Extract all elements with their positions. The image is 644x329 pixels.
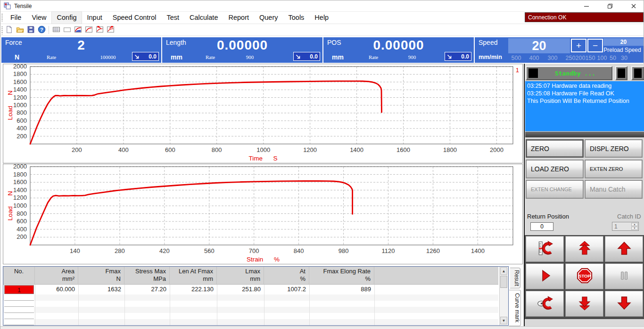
manu-catch-button: Manu Catch	[585, 180, 643, 199]
svg-text:1200: 1200	[13, 94, 27, 101]
return-zero-icon	[537, 240, 553, 258]
exten-zero-button[interactable]: EXTEN ZERO	[585, 160, 643, 178]
length-panel: Length0.00000mmRate9000.0	[162, 37, 322, 63]
force-rate-label: Rate	[47, 54, 56, 60]
return-zero-button[interactable]	[526, 236, 564, 262]
svg-text:1260: 1260	[426, 247, 440, 254]
empty-row	[3, 301, 498, 307]
menu-query[interactable]: Query	[254, 12, 283, 24]
speed-unit: mm/min	[479, 53, 502, 60]
empty-row	[3, 307, 498, 313]
restore-button[interactable]	[603, 2, 617, 10]
load-time-chart: 2004006008001000120014001600180020002004…	[3, 64, 522, 163]
fast-up-button[interactable]	[565, 236, 603, 262]
preload-speed-value: 20	[603, 38, 644, 46]
toolbar-open-folder-icon[interactable]	[15, 25, 25, 35]
empty-row-header	[4, 295, 34, 301]
svg-text:800: 800	[17, 109, 27, 116]
col-header-fmax-elong-rate: Fmax Elong Rate%	[309, 267, 374, 285]
svg-text:560: 560	[204, 247, 215, 254]
tab-curve-mark[interactable]: Curve mark	[509, 290, 521, 326]
svg-text:400: 400	[118, 146, 129, 153]
column-divider	[374, 285, 375, 325]
svg-text:Load N: Load N	[7, 191, 14, 220]
toolbar-curve-area-icon[interactable]	[73, 25, 83, 35]
svg-text:200: 200	[17, 233, 27, 240]
empty-row-header	[4, 319, 34, 325]
menu-speed-control[interactable]: Speed Control	[107, 12, 162, 24]
fast-down-button[interactable]	[565, 291, 603, 317]
status-text: Standby ...	[541, 70, 610, 77]
up-button[interactable]	[605, 236, 643, 262]
menu-view[interactable]: View	[26, 12, 51, 24]
menu-calculate[interactable]: Calculate	[184, 12, 223, 24]
zero-button[interactable]: ZERO	[526, 139, 584, 158]
exten-change-button: EXTEN CHANGE	[526, 180, 584, 199]
menu-help[interactable]: Help	[309, 12, 334, 24]
title-bar: Tensile	[0, 0, 644, 12]
svg-text:Time S: Time S	[248, 155, 277, 162]
menu-config[interactable]: Config	[52, 12, 82, 24]
load-zero-button[interactable]: LOAD ZERO	[526, 160, 584, 178]
svg-text:1400: 1400	[13, 186, 27, 194]
catch-id-down-icon[interactable]: ▼	[631, 227, 638, 230]
load-strain-chart-panel: 1402804205607008409801120126014002004006…	[3, 164, 523, 264]
result-cell-stress-max: 27.20	[124, 285, 170, 295]
catch-id-value: 1	[614, 223, 618, 230]
speed-increase-button[interactable]: +	[571, 39, 586, 52]
scroll-thumb[interactable]	[500, 276, 507, 288]
empty-row-header	[4, 301, 34, 307]
toolbar-save-icon[interactable]	[26, 25, 36, 35]
displ-zero-button[interactable]: DISPL ZERO	[585, 139, 643, 158]
clamp-zero-button[interactable]	[526, 291, 564, 317]
toolbar-help-icon[interactable]: ?	[37, 25, 47, 35]
stop-button[interactable]: STOP	[565, 263, 603, 289]
svg-text:420: 420	[159, 247, 170, 254]
toolbar-curve-next-icon[interactable]	[106, 25, 116, 35]
svg-text:840: 840	[294, 247, 304, 254]
svg-text:1600: 1600	[396, 146, 410, 153]
menu-test[interactable]: Test	[161, 12, 184, 24]
toolbar-table-grid-icon[interactable]	[51, 25, 61, 35]
length-indicator: 0.0	[293, 52, 320, 61]
table-scrollbar[interactable]: ▲▼	[499, 267, 508, 325]
control-panel: Standby ... 03:25:07 Hardware data readi…	[524, 64, 644, 326]
log-line: 03:25:08 Hardware File Read OK	[527, 90, 642, 97]
catch-id-spinner[interactable]: 1 ▲ ▼	[612, 222, 639, 231]
pos-indicator: 0.0	[445, 52, 471, 61]
force-value: 2	[1, 38, 161, 53]
status-strip	[0, 326, 644, 329]
length-unit: mm	[171, 53, 182, 61]
speed-scale-500: 500	[507, 55, 526, 61]
curve-number-label: 1	[516, 67, 519, 74]
row-header-selected[interactable]: 1	[4, 285, 34, 294]
toolbar-blank-window-icon[interactable]	[62, 25, 72, 35]
menu-report[interactable]: Report	[223, 12, 254, 24]
return-position-input[interactable]	[530, 222, 553, 231]
message-log: 03:25:07 Hardware data reading03:25:08 H…	[525, 81, 644, 131]
down-button[interactable]	[605, 291, 643, 317]
minimize-button[interactable]	[579, 2, 594, 10]
toolbar-curve-icon[interactable]	[84, 25, 94, 35]
toolbar-new-file-icon[interactable]	[4, 25, 14, 35]
clamp-zero-icon	[537, 295, 553, 313]
close-button[interactable]	[627, 2, 641, 10]
scroll-up-icon[interactable]: ▲	[500, 267, 507, 275]
col-header-filler	[374, 267, 498, 285]
menu-input[interactable]: Input	[82, 12, 107, 24]
menu-tools[interactable]: Tools	[283, 12, 310, 24]
run-button[interactable]	[526, 263, 564, 289]
menu-file[interactable]: File	[5, 12, 26, 24]
progress-strip	[525, 132, 644, 137]
toolbar-curve-prev-icon[interactable]	[95, 25, 105, 35]
svg-text:1200: 1200	[13, 194, 27, 201]
pos-rate-value: 900	[393, 54, 431, 60]
fast-down-icon	[577, 295, 592, 312]
svg-text:800: 800	[17, 210, 27, 217]
scroll-down-icon[interactable]: ▼	[500, 317, 507, 324]
svg-text:1120: 1120	[382, 247, 395, 254]
tab-result[interactable]: Result	[510, 268, 520, 288]
catch-id-up-icon[interactable]: ▲	[631, 223, 638, 226]
toolbar: ?	[0, 25, 644, 36]
toolbar-grip	[1, 26, 3, 34]
